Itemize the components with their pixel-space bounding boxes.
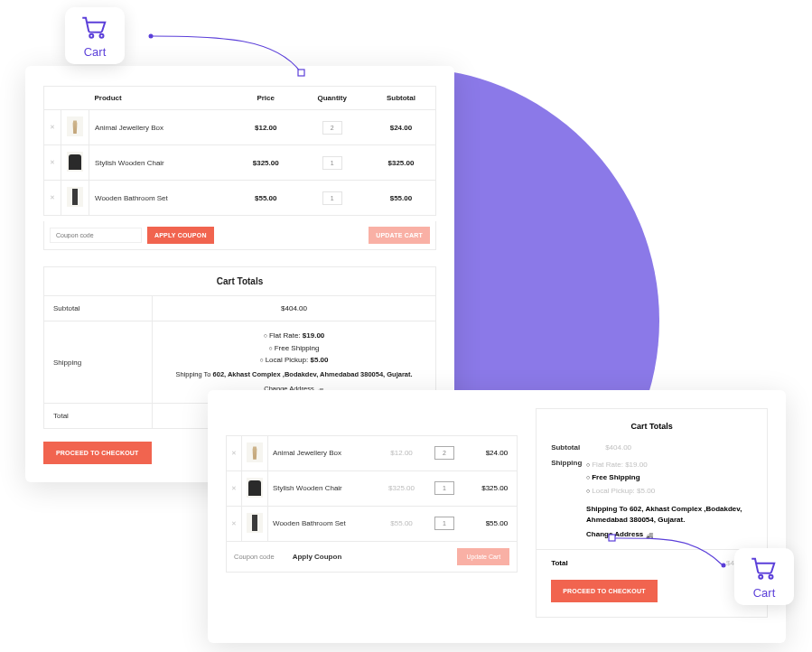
product-subtotal: $24.00	[463, 435, 517, 470]
cart-totals-title: Cart Totals	[551, 422, 752, 431]
quantity-input[interactable]: 1	[434, 517, 454, 530]
svg-point-1	[100, 34, 104, 38]
apply-coupon-button[interactable]: Apply Coupon	[293, 553, 342, 561]
product-name: Wooden Bathroom Set	[89, 181, 235, 216]
product-thumbnail	[67, 187, 83, 207]
quantity-input[interactable]: 2	[434, 446, 454, 460]
cart-totals-sidebar: Cart Totals Subtotal $404.00 Shipping Fl…	[536, 408, 768, 618]
remove-item-button[interactable]: ✕	[227, 435, 242, 470]
connector-line-top	[149, 27, 307, 77]
product-price: $55.00	[378, 506, 425, 541]
cart-badge-bottom: Cart	[734, 548, 794, 605]
coupon-input[interactable]: Coupon code	[234, 553, 275, 561]
remove-item-button[interactable]: ✕	[44, 145, 61, 181]
table-row: ✕ Wooden Bathroom Set $55.00 1 $55.00	[44, 181, 436, 216]
col-product: Product	[89, 87, 235, 110]
shipping-options: Flat Rate: $19.00 Free Shipping Local Pi…	[162, 330, 426, 395]
product-subtotal: $24.00	[367, 110, 436, 145]
quantity-input[interactable]: 1	[322, 191, 342, 205]
cart-items-table: Product Price Quantity Subtotal ✕ Animal…	[43, 86, 436, 216]
cart-panel-compact: ✕ Animal Jewellery Box $12.00 2 $24.00 ✕…	[208, 390, 786, 643]
product-subtotal: $55.00	[367, 181, 436, 216]
coupon-input[interactable]	[50, 228, 142, 243]
product-name: Stylish Wooden Chair	[268, 470, 378, 506]
shipping-address: Shipping To 602, Akhast Complex ,Bodakde…	[162, 369, 426, 381]
subtotal-label: Subtotal	[44, 296, 153, 321]
shipping-option-free[interactable]: Free Shipping	[586, 471, 752, 484]
product-thumbnail	[247, 478, 263, 498]
product-name: Animal Jewellery Box	[268, 435, 378, 470]
product-name: Wooden Bathroom Set	[268, 506, 378, 541]
remove-item-button[interactable]: ✕	[44, 181, 61, 216]
subtotal-value: $404.00	[153, 296, 436, 321]
svg-point-5	[722, 564, 726, 568]
product-price: $325.00	[378, 470, 425, 506]
shipping-options: Flat Rate: $19.00 Free Shipping Local Pi…	[586, 459, 752, 498]
table-row: ✕ Animal Jewellery Box $12.00 2 $24.00	[227, 435, 518, 470]
product-price: $12.00	[378, 435, 425, 470]
table-row: ✕ Stylish Wooden Chair $325.00 1 $325.00	[227, 470, 518, 506]
product-subtotal: $325.00	[463, 470, 517, 506]
cart-totals-title: Cart Totals	[43, 266, 436, 295]
shipping-option-local[interactable]: Local Pickup: $5.00	[162, 354, 426, 367]
svg-point-6	[759, 575, 762, 579]
product-name: Animal Jewellery Box	[89, 110, 235, 145]
product-thumbnail	[67, 152, 83, 172]
shipping-option-flat[interactable]: Flat Rate: $19.00	[162, 330, 426, 342]
product-subtotal: $325.00	[367, 145, 436, 181]
svg-rect-3	[298, 70, 304, 76]
cart-icon	[751, 557, 778, 584]
product-thumbnail	[247, 442, 263, 462]
table-row: ✕ Wooden Bathroom Set $55.00 1 $55.00	[227, 506, 518, 541]
subtotal-value: $404.00	[605, 443, 631, 452]
product-subtotal: $55.00	[463, 506, 517, 541]
svg-rect-4	[609, 535, 615, 541]
shipping-option-free[interactable]: Free Shipping	[162, 342, 426, 355]
connector-line-bottom	[609, 533, 726, 569]
proceed-checkout-button[interactable]: PROCEED TO CHECKOUT	[551, 580, 658, 602]
total-label: Total	[44, 404, 153, 429]
total-label: Total	[551, 559, 605, 567]
shipping-label: Shipping	[551, 459, 586, 467]
apply-coupon-button[interactable]: APPLY COUPON	[147, 227, 214, 244]
quantity-input[interactable]: 2	[322, 121, 342, 135]
table-row: ✕ Stylish Wooden Chair $325.00 1 $325.00	[44, 145, 436, 181]
svg-point-2	[149, 34, 154, 39]
update-cart-button[interactable]: UPDATE CART	[369, 227, 430, 244]
cart-badge-top: Cart	[65, 7, 125, 64]
product-thumbnail	[247, 513, 263, 533]
product-price: $55.00	[234, 181, 297, 216]
product-price: $325.00	[234, 145, 297, 181]
shipping-address: Shipping To 602, Akhast Complex ,Bodakde…	[586, 504, 752, 526]
cart-items-table-compact: ✕ Animal Jewellery Box $12.00 2 $24.00 ✕…	[226, 435, 518, 542]
quantity-input[interactable]: 1	[434, 481, 454, 495]
shipping-option-flat[interactable]: Flat Rate: $19.00	[586, 459, 752, 471]
product-price: $12.00	[234, 110, 297, 145]
table-row: ✕ Animal Jewellery Box $12.00 2 $24.00	[44, 110, 436, 145]
product-name: Stylish Wooden Chair	[89, 145, 235, 181]
remove-item-button[interactable]: ✕	[227, 506, 242, 541]
cart-badge-label: Cart	[84, 45, 107, 59]
shipping-label: Shipping	[44, 321, 153, 404]
subtotal-label: Subtotal	[551, 443, 605, 452]
quantity-input[interactable]: 1	[322, 156, 342, 170]
remove-item-button[interactable]: ✕	[44, 110, 61, 145]
svg-point-0	[89, 34, 93, 38]
proceed-checkout-button[interactable]: PROCEED TO CHECKOUT	[43, 442, 152, 464]
update-cart-button[interactable]: Update Cart	[457, 548, 509, 565]
col-subtotal: Subtotal	[367, 87, 436, 110]
col-price: Price	[234, 87, 297, 110]
cart-icon	[81, 16, 108, 43]
remove-item-button[interactable]: ✕	[227, 470, 242, 506]
cart-badge-label: Cart	[753, 586, 776, 600]
col-qty: Quantity	[297, 87, 366, 110]
shipping-option-local[interactable]: Local Pickup: $5.00	[586, 485, 752, 498]
product-thumbnail	[67, 116, 83, 136]
svg-point-7	[770, 575, 773, 579]
